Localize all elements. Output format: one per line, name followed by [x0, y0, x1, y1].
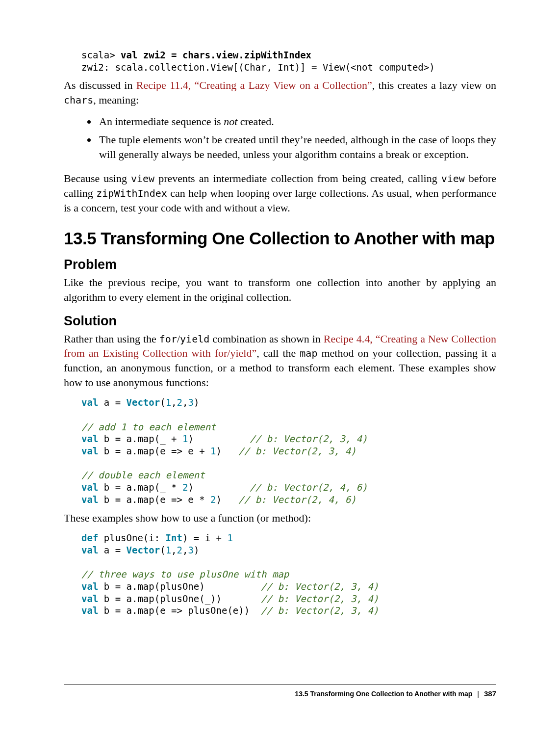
- repl-output: zwi2: scala.collection.View[(Char, Int)]…: [81, 62, 435, 73]
- paragraph-function-examples: These examples show how to use a functio…: [64, 511, 496, 526]
- bullet-list: An intermediate sequence is not created.…: [64, 114, 496, 162]
- repl-input: val zwi2 = chars.view.zipWithIndex: [121, 50, 311, 60]
- subsection-solution: Solution: [64, 314, 496, 329]
- page-footer: 13.5 Transforming One Collection to Anot…: [64, 684, 496, 698]
- subsection-problem: Problem: [64, 257, 496, 272]
- inline-code-chars: chars: [64, 94, 93, 106]
- link-recipe-11-4[interactable]: Recipe 11.4, “Creating a Lazy View on a …: [136, 79, 372, 91]
- list-item: The tuple elements won’t be created unti…: [97, 132, 496, 163]
- footer-separator: |: [472, 690, 484, 698]
- list-item: An intermediate sequence is not created.: [97, 114, 496, 130]
- page: scala> val zwi2 = chars.view.zipWithInde…: [0, 0, 560, 736]
- code-anon-fn: val a = Vector(1,2,3) // add 1 to each e…: [81, 396, 496, 505]
- paragraph-problem: Like the previous recipe, you want to tr…: [64, 275, 496, 304]
- section-heading-13-5: 13.5 Transforming One Collection to Anot…: [64, 229, 496, 248]
- paragraph-lazy-view: As discussed in Recipe 11.4, “Creating a…: [64, 78, 496, 107]
- code-plusone: def plusOne(i: Int) = i + 1 val a = Vect…: [81, 532, 496, 617]
- paragraph-view-perf: Because using view prevents an intermedi…: [64, 171, 496, 215]
- footer-section-title: 13.5 Transforming One Collection to Anot…: [295, 690, 472, 698]
- repl-prompt: scala>: [81, 50, 121, 60]
- paragraph-solution: Rather than using the for/yield combinat…: [64, 332, 496, 390]
- footer-page-number: 387: [484, 689, 496, 698]
- code-repl-zwi2: scala> val zwi2 = chars.view.zipWithInde…: [81, 49, 496, 73]
